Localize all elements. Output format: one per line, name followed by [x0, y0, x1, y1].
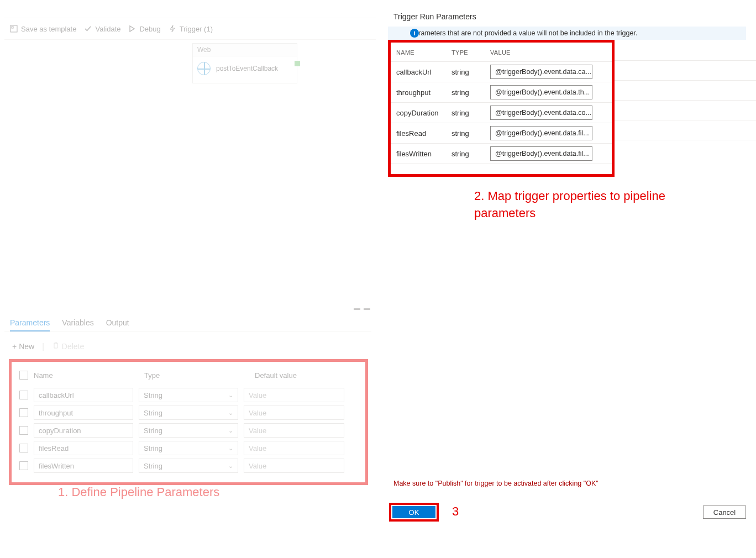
param-default-input[interactable]: [244, 388, 344, 402]
globe-icon: [197, 62, 211, 75]
ok-button[interactable]: OK: [392, 506, 435, 518]
trigger-param-name: filesWritten: [396, 150, 452, 158]
trigger-param-type: string: [452, 129, 490, 138]
trigger-param-type: string: [452, 88, 490, 97]
panel-title: Trigger Run Parameters: [393, 12, 476, 21]
trigger-param-value-input[interactable]: @triggerBody().event.data.ca...: [490, 65, 592, 79]
param-row: String⌄: [17, 404, 360, 422]
validate-button[interactable]: Validate: [84, 25, 120, 33]
param-type-select[interactable]: String⌄: [139, 441, 238, 455]
play-icon: [128, 25, 136, 33]
plus-icon: +: [12, 342, 17, 351]
param-type-select[interactable]: String⌄: [139, 459, 238, 473]
param-name-input[interactable]: [34, 459, 133, 473]
header-default: Default value: [255, 371, 358, 380]
trigger-run-parameters-panel: Trigger Run Parameters i Parameters that…: [381, 0, 756, 558]
annotation-box-2-top: [388, 40, 615, 43]
publish-note: Make sure to "Publish" for trigger to be…: [393, 480, 599, 487]
chevron-down-icon: ⌄: [228, 427, 233, 434]
param-name-input[interactable]: [34, 388, 133, 402]
trig-header-value: VALUE: [490, 49, 606, 56]
trigger-param-row: filesReadstring@triggerBody().event.data…: [391, 123, 612, 144]
param-row-checkbox[interactable]: [19, 426, 28, 435]
param-type-select[interactable]: String⌄: [139, 388, 238, 402]
param-row: String⌄: [17, 439, 360, 457]
chevron-down-icon: ⌄: [228, 392, 233, 399]
trigger-param-name: throughput: [396, 88, 452, 97]
trash-icon: [52, 341, 60, 351]
activity-name: postToEventCallback: [216, 65, 278, 72]
trigger-button[interactable]: Trigger (1): [169, 25, 213, 33]
validate-label: Validate: [95, 25, 120, 33]
chevron-down-icon: ⌄: [228, 445, 233, 452]
save-template-icon: [10, 25, 18, 33]
action-separator: |: [42, 342, 44, 351]
activity-type-label: Web: [193, 44, 297, 56]
param-name-input[interactable]: [34, 423, 133, 438]
trig-header-type: TYPE: [452, 49, 490, 56]
save-as-template-button[interactable]: Save as template: [10, 25, 76, 33]
param-type-select[interactable]: String⌄: [139, 423, 238, 438]
trigger-param-value-input[interactable]: @triggerBody().event.data.co...: [490, 106, 592, 120]
trigger-param-row: throughputstring@triggerBody().event.dat…: [391, 82, 612, 103]
param-default-input[interactable]: [244, 441, 344, 455]
param-name-input[interactable]: [34, 441, 133, 455]
trigger-table-header: NAME TYPE VALUE: [391, 43, 612, 62]
info-message: Parameters that are not provided a value…: [388, 27, 746, 40]
chevron-down-icon: ⌄: [228, 462, 233, 470]
trigger-param-type: string: [452, 150, 490, 158]
web-activity-card[interactable]: Web postToEventCallback: [192, 43, 297, 83]
header-name: Name: [34, 371, 139, 380]
delete-label: Delete: [62, 342, 84, 351]
param-row: String⌄: [17, 457, 360, 475]
activity-output-handle[interactable]: [295, 61, 300, 66]
param-row-checkbox[interactable]: [19, 461, 28, 470]
svg-rect-1: [12, 27, 13, 28]
trigger-param-value-input[interactable]: @triggerBody().event.data.fil...: [490, 126, 592, 140]
cancel-button[interactable]: Cancel: [703, 506, 746, 519]
annotation-2: 2. Map trigger properties to pipeline pa…: [474, 188, 673, 222]
trigger-param-row: copyDurationstring@triggerBody().event.d…: [391, 103, 612, 123]
param-default-input[interactable]: [244, 459, 344, 473]
properties-tabs: Parameters Variables Output: [10, 318, 371, 331]
tab-output[interactable]: Output: [106, 318, 129, 331]
param-default-input[interactable]: [244, 406, 344, 420]
trigger-param-value-input[interactable]: @triggerBody().event.data.th...: [490, 85, 592, 99]
param-row-checkbox[interactable]: [19, 408, 28, 417]
new-label: New: [19, 342, 34, 351]
table-row-extensions: [615, 43, 756, 160]
pipeline-parameters-table: Name Type Default value String⌄String⌄St…: [9, 359, 368, 485]
trigger-param-value-input[interactable]: @triggerBody().event.data.fil...: [490, 146, 592, 161]
trigger-param-name: filesRead: [396, 129, 452, 138]
info-icon: i: [410, 29, 419, 38]
annotation-1: 1. Define Pipeline Parameters: [58, 485, 219, 499]
param-row: String⌄: [17, 422, 360, 439]
params-table-header: Name Type Default value: [17, 367, 360, 386]
debug-button[interactable]: Debug: [128, 25, 160, 33]
tab-parameters[interactable]: Parameters: [10, 318, 50, 331]
annotation-box-3: OK: [389, 503, 439, 522]
trigger-param-name: callbackUrl: [396, 68, 452, 76]
select-all-checkbox[interactable]: [19, 371, 28, 380]
debug-label: Debug: [139, 25, 160, 33]
save-template-label: Save as template: [21, 25, 76, 33]
param-name-input[interactable]: [34, 406, 133, 420]
designer-toolbar: Save as template Validate Debug Trigger …: [4, 18, 376, 40]
trigger-param-type: string: [452, 109, 490, 117]
param-default-input[interactable]: [244, 423, 344, 438]
panel-splitter-handle[interactable]: [354, 308, 370, 312]
trigger-param-type: string: [452, 68, 490, 76]
new-parameter-button[interactable]: + New: [12, 342, 34, 351]
pipeline-designer-panel: Save as template Validate Debug Trigger …: [0, 0, 376, 558]
trigger-parameters-table: NAME TYPE VALUE callbackUrlstring@trigge…: [388, 40, 615, 177]
header-type: Type: [144, 371, 249, 380]
param-row-checkbox[interactable]: [19, 391, 28, 399]
trigger-param-row: callbackUrlstring@triggerBody().event.da…: [391, 62, 612, 82]
tab-variables[interactable]: Variables: [62, 318, 93, 331]
delete-parameter-button[interactable]: Delete: [52, 341, 84, 351]
param-row: String⌄: [17, 386, 360, 404]
param-type-select[interactable]: String⌄: [139, 406, 238, 420]
check-icon: [84, 25, 92, 33]
param-row-checkbox[interactable]: [19, 444, 28, 452]
trigger-param-name: copyDuration: [396, 109, 452, 117]
